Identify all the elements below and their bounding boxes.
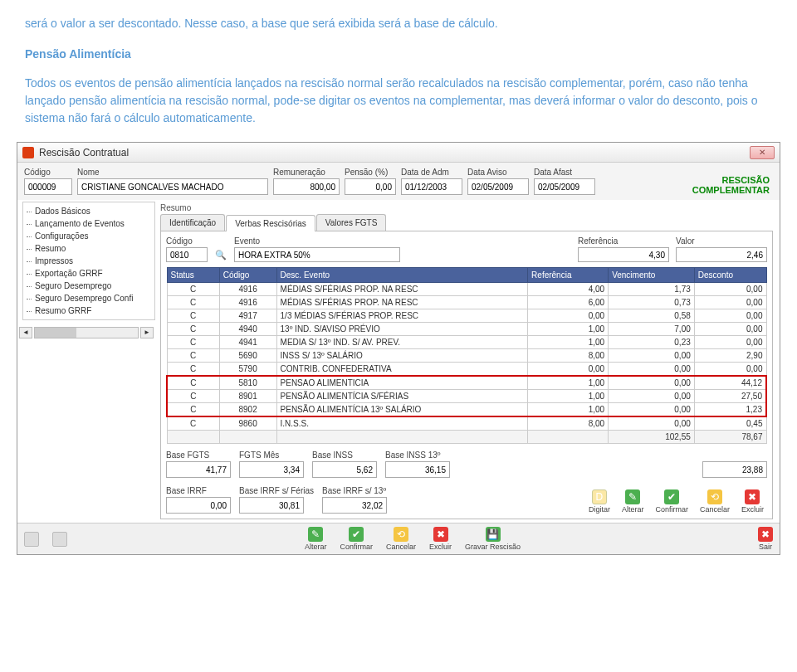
afast-input[interactable] bbox=[534, 178, 595, 195]
fgts-mes[interactable] bbox=[239, 461, 304, 478]
tree-item-1[interactable]: Lançamento de Eventos bbox=[23, 217, 154, 230]
tree-item-7[interactable]: Seguro Desemprego Confi bbox=[23, 292, 154, 304]
tab-verbas[interactable]: Verbas Rescisórias bbox=[226, 215, 315, 231]
tab-body: Código 🔍 Evento Referência Valor bbox=[160, 231, 773, 519]
app-icon bbox=[22, 147, 34, 158]
table-row[interactable]: C9860I.N.S.S.8,000,000,45 bbox=[167, 416, 766, 431]
cancel-icon: ⟲ bbox=[394, 527, 408, 542]
codigo-label: Código bbox=[24, 168, 72, 177]
ev-valor-input[interactable] bbox=[676, 247, 767, 262]
base-irrf-13[interactable] bbox=[322, 497, 387, 514]
bottom-excluir-button[interactable]: ✖Excluir bbox=[429, 527, 452, 551]
adm-input[interactable] bbox=[401, 178, 462, 195]
table-row[interactable]: C49171/3 MÉDIAS S/FÉRIAS PROP. RESC0,000… bbox=[167, 309, 766, 323]
base-irrf-ferias[interactable] bbox=[239, 497, 304, 514]
close-icon[interactable]: ✕ bbox=[750, 146, 775, 159]
sair-button[interactable]: ✖Sair bbox=[758, 527, 773, 551]
tree-item-2[interactable]: Configurações bbox=[23, 230, 154, 242]
base-irrf[interactable] bbox=[166, 497, 231, 514]
tree-item-4[interactable]: Impressos bbox=[23, 255, 154, 267]
tab-identificacao[interactable]: Identificação bbox=[160, 214, 225, 231]
aviso-label: Data Aviso bbox=[467, 168, 529, 177]
table-row[interactable]: C5690INSS S/ 13º SALÁRIO8,000,002,90 bbox=[167, 349, 766, 363]
edit-icon: ✎ bbox=[308, 527, 323, 542]
ev-evento-label: Evento bbox=[234, 236, 400, 246]
base-inss[interactable] bbox=[312, 461, 377, 478]
table-row[interactable]: C4916MÉDIAS S/FÉRIAS PROP. NA RESC6,000,… bbox=[167, 296, 766, 309]
bottom-confirmar-button[interactable]: ✔Confirmar bbox=[340, 527, 373, 551]
search-icon[interactable]: 🔍 bbox=[214, 247, 227, 262]
tree-item-8[interactable]: Resumo GRRF bbox=[23, 304, 154, 317]
resumo-label: Resumo bbox=[160, 203, 773, 212]
aviso-input[interactable] bbox=[467, 178, 529, 195]
codigo-input[interactable] bbox=[24, 178, 72, 195]
ev-ref-label: Referência bbox=[578, 236, 669, 246]
table-row[interactable]: C5790CONTRIB. CONFEDERATIVA0,000,000,00 bbox=[167, 363, 766, 377]
table-row[interactable]: C5810PENSAO ALIMENTICIA1,000,0044,12 bbox=[167, 376, 766, 390]
bottom-alterar-button[interactable]: ✎Alterar bbox=[305, 527, 327, 551]
ev-evento-input[interactable] bbox=[234, 247, 400, 262]
ev-valor-label: Valor bbox=[676, 236, 767, 246]
grid-header: Status bbox=[167, 268, 219, 283]
nome-input[interactable] bbox=[77, 178, 268, 195]
digitar-button[interactable]: DDigitar bbox=[589, 489, 610, 514]
excluir-button[interactable]: ✖Excluir bbox=[741, 489, 764, 514]
toolbar-icon-1[interactable] bbox=[24, 532, 39, 547]
grid-header: Desconto bbox=[694, 268, 766, 283]
table-row[interactable]: C4941MEDIA S/ 13º IND. S/ AV. PREV.1,000… bbox=[167, 336, 766, 349]
tab-fgts[interactable]: Valores FGTS bbox=[316, 214, 387, 231]
delete-icon: ✖ bbox=[745, 489, 760, 504]
scroll-left-icon[interactable]: ◄ bbox=[19, 327, 32, 338]
confirmar-button[interactable]: ✔Confirmar bbox=[655, 489, 688, 514]
base-fgts[interactable] bbox=[166, 461, 231, 478]
alterar-button[interactable]: ✎Alterar bbox=[622, 489, 644, 514]
tree-item-5[interactable]: Exportação GRRF bbox=[23, 267, 154, 280]
table-row[interactable]: C8901PENSÃO ALIMENTÍCIA S/FÉRIAS1,000,00… bbox=[167, 390, 766, 403]
scroll-right-icon[interactable]: ► bbox=[140, 327, 154, 338]
save-icon: 💾 bbox=[486, 527, 501, 542]
ev-codigo-input[interactable] bbox=[166, 247, 208, 262]
remun-input[interactable] bbox=[273, 178, 340, 195]
tabs: Identificação Verbas Rescisórias Valores… bbox=[160, 214, 773, 231]
window-title: Rescisão Contratual bbox=[39, 147, 750, 158]
grid-header: Referência bbox=[528, 268, 609, 283]
tree-item-0[interactable]: Dados Básicos bbox=[23, 205, 154, 217]
table-row[interactable]: C494013º IND. S/AVISO PRÉVIO1,007,000,00 bbox=[167, 323, 766, 336]
doc-heading: Pensão Alimentícia bbox=[25, 46, 772, 63]
ev-ref-input[interactable] bbox=[578, 247, 669, 262]
nome-label: Nome bbox=[77, 168, 268, 177]
grid-header: Desc. Evento bbox=[276, 268, 528, 283]
header-fields: Código Nome Remuneração Pensão (%) Data … bbox=[17, 163, 780, 200]
table-row[interactable]: C8902PENSÃO ALIMENTÍCIA 13º SALÁRIO1,000… bbox=[167, 403, 766, 417]
bottom-cancelar-button[interactable]: ⟲Cancelar bbox=[386, 527, 416, 551]
grid-header: Código bbox=[219, 268, 276, 283]
doc-paragraph-3: Todos os eventos de pensão alimentícia l… bbox=[25, 75, 772, 127]
nav-tree: Dados BásicosLançamento de EventosConfig… bbox=[22, 202, 155, 320]
exit-icon: ✖ bbox=[758, 527, 773, 542]
events-grid: StatusCódigoDesc. EventoReferênciaVencim… bbox=[166, 267, 767, 444]
cancelar-button[interactable]: ⟲Cancelar bbox=[700, 489, 730, 514]
app-window: Rescisão Contratual ✕ Código Nome Remune… bbox=[17, 142, 780, 555]
pensao-label: Pensão (%) bbox=[345, 168, 396, 177]
check-icon: ✔ bbox=[664, 489, 679, 504]
remun-label: Remuneração bbox=[273, 168, 340, 177]
check-icon: ✔ bbox=[349, 527, 364, 542]
toolbar-icon-2[interactable] bbox=[52, 532, 67, 547]
gravar-button[interactable]: 💾Gravar Rescisão bbox=[465, 527, 521, 551]
cancel-icon: ⟲ bbox=[707, 489, 722, 504]
tree-scrollbar[interactable]: ◄ ► bbox=[17, 325, 155, 340]
pensao-input[interactable] bbox=[345, 178, 396, 195]
edit-icon: ✎ bbox=[625, 489, 640, 504]
delete-icon: ✖ bbox=[433, 527, 448, 542]
adm-label: Data de Adm bbox=[401, 168, 462, 177]
tree-item-6[interactable]: Seguro Desemprego bbox=[23, 280, 154, 292]
digitar-icon: D bbox=[592, 489, 607, 504]
ev-codigo-label: Código bbox=[166, 236, 208, 246]
base-inss13[interactable] bbox=[385, 461, 450, 478]
grid-header: Vencimento bbox=[609, 268, 695, 283]
titlebar: Rescisão Contratual ✕ bbox=[17, 143, 780, 163]
table-row[interactable]: C4916MÉDIAS S/FÉRIAS PROP. NA RESC4,001,… bbox=[167, 283, 766, 296]
total-liquido[interactable] bbox=[702, 461, 767, 478]
tree-item-3[interactable]: Resumo bbox=[23, 242, 154, 255]
doc-paragraph-1: será o valor a ser descontado. Nesse cas… bbox=[25, 15, 772, 32]
